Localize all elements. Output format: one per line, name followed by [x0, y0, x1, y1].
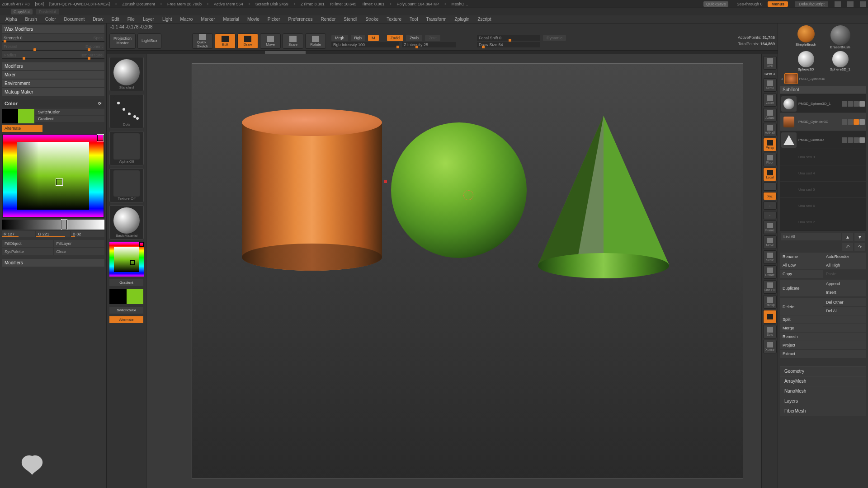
texture-slot[interactable]: Texture Off [109, 168, 144, 202]
frame-button[interactable]: Frame [763, 221, 777, 234]
transp-button[interactable]: Transp [763, 295, 777, 309]
subtool-header[interactable]: SubTool [780, 86, 866, 94]
zcut-button[interactable]: Zcut [425, 35, 440, 41]
local-button[interactable]: Local [763, 168, 777, 181]
projection-master-button[interactable]: Projection Master [109, 33, 136, 49]
menu-draw[interactable]: Draw [93, 17, 103, 22]
listall-button[interactable]: List All [781, 233, 841, 240]
layers-header[interactable]: Layers [780, 396, 866, 406]
menu-brush[interactable]: Brush [25, 17, 37, 22]
persp-button[interactable]: Persp [763, 138, 777, 151]
clear-button[interactable]: Clear [54, 248, 105, 255]
menu-texture[interactable]: Texture [387, 17, 401, 22]
menu-transform[interactable]: Transform [426, 17, 446, 22]
menu-render[interactable]: Render [321, 17, 336, 22]
menu-marker[interactable]: Marker [201, 17, 215, 22]
mini-swatch-green[interactable] [127, 289, 144, 304]
menu-zplugin[interactable]: Zplugin [455, 17, 470, 22]
vmove-button[interactable]: Move [763, 235, 777, 249]
tool-thumb-cylinder[interactable] [784, 73, 798, 84]
zadd-button[interactable]: Zadd [387, 35, 404, 41]
lightbox-button[interactable]: LightBox [137, 33, 161, 49]
linefill-button[interactable]: Line Fill [763, 280, 777, 294]
xpose-button[interactable]: Xpose [763, 340, 777, 353]
alpha-slot[interactable]: Alpha Off [109, 131, 144, 165]
extract-button[interactable]: Extract [780, 350, 866, 358]
edit-button[interactable]: Edit [215, 33, 236, 49]
filllayer-button[interactable]: FillLayer [54, 240, 105, 247]
merge-button[interactable]: Merge [780, 324, 866, 332]
z-intensity-slider[interactable]: Z Intensity 25 [402, 42, 456, 47]
matcap-header[interactable]: Matcap Maker [2, 88, 104, 96]
menu-material[interactable]: Material [223, 17, 240, 22]
menu-movie[interactable]: Movie [247, 17, 259, 22]
object-cylinder[interactable] [242, 109, 382, 276]
rotate-button[interactable]: Rotate [305, 33, 326, 49]
alllow-button[interactable]: All Low [780, 261, 823, 269]
paste-button[interactable]: Paste [823, 270, 866, 278]
menus-button[interactable]: Menus [768, 1, 788, 7]
zoom-button[interactable]: Zoom [763, 93, 777, 107]
color-picker[interactable] [2, 134, 104, 218]
modifiers-header[interactable]: Modifiers [2, 62, 104, 70]
spix-slider[interactable]: SPix 3 [763, 72, 776, 76]
remesh-button[interactable]: Remesh [780, 333, 866, 341]
rgb-intensity-slider[interactable]: Rgb Intensity 100 [331, 42, 399, 47]
minimize-icon[interactable] [835, 1, 841, 7]
axis-b-button[interactable]: ◦ [763, 211, 777, 219]
mini-color-picker[interactable] [109, 242, 144, 277]
draw-size-slider[interactable]: Draw Size 64 [477, 42, 540, 47]
modifiers2-header[interactable]: Modifiers [2, 259, 104, 267]
bpr-button[interactable]: BPR [763, 56, 777, 70]
object-sphere[interactable] [391, 122, 527, 258]
xyz-button[interactable]: Xyz [763, 192, 777, 200]
r-slider[interactable]: R 127 [2, 231, 35, 237]
menu-stencil[interactable]: Stencil [344, 17, 357, 22]
sphere3d1-slot[interactable]: Sphere3D_1 [825, 51, 856, 71]
solo-button[interactable]: Solo [763, 325, 777, 338]
grayscale-slider[interactable] [2, 220, 104, 230]
subtool-row-sphere[interactable]: PM3D_Sphere3D_1 [780, 95, 866, 113]
mini-swatch-black[interactable] [109, 289, 127, 304]
ghost-button[interactable] [763, 310, 777, 324]
quicksketch-button[interactable]: Quick Sketch [192, 33, 213, 49]
object-cone[interactable] [536, 116, 671, 278]
delall-button[interactable]: Del All [823, 307, 866, 315]
menu-document[interactable]: Document [64, 17, 85, 22]
duplicate-button[interactable]: Duplicate [780, 280, 823, 296]
subtool-row-cone[interactable]: PM3D_Cone3D [780, 131, 866, 149]
menu-file[interactable]: File [127, 17, 135, 22]
sphere3d-slot[interactable]: Sphere3D [790, 51, 822, 71]
switchcolor-button2[interactable]: SwitchColor [109, 307, 143, 314]
geometry-header[interactable]: Geometry [780, 366, 866, 376]
menu-light[interactable]: Light [162, 17, 172, 22]
brush-slot-standard[interactable]: Standard [109, 57, 144, 91]
menu-macro[interactable]: Macro [180, 17, 193, 22]
gradient-button2[interactable]: Gradient [109, 279, 143, 286]
radius-slider[interactable]: RadiusTemperature [2, 51, 104, 59]
allhigh-button[interactable]: All High [823, 261, 866, 269]
autoreorder-button[interactable]: AutoReorder [823, 253, 866, 261]
axis-a-button[interactable]: ◦ [763, 202, 777, 210]
vscale-button[interactable]: Scale [763, 250, 777, 264]
zsub-button[interactable]: Zsub [406, 35, 422, 41]
defaultzscript-button[interactable]: DefaultZScript [795, 1, 828, 7]
movedown-icon[interactable]: ▼ [854, 233, 865, 241]
dynamic-button[interactable]: Dynamic [543, 35, 566, 41]
rgb-button[interactable]: Rgb [351, 35, 366, 41]
nanomesh-header[interactable]: NanoMesh [780, 386, 866, 396]
stroke-slot-dots[interactable]: Dots [109, 94, 144, 128]
append-button[interactable]: Append [823, 280, 866, 288]
menu-picker[interactable]: Picker [268, 17, 280, 22]
copymat-button[interactable]: CopyMat [11, 9, 33, 14]
menu-zscript[interactable]: Zscript [477, 17, 491, 22]
floor-button[interactable]: Floor [763, 153, 777, 166]
moveup-icon[interactable]: ▲ [842, 233, 853, 241]
insert-button[interactable]: Insert [823, 288, 866, 296]
project-button[interactable]: Project [780, 341, 866, 349]
move-button[interactable]: Move [260, 33, 281, 49]
menu-color[interactable]: Color [45, 17, 56, 22]
b-slider[interactable]: B 32 [71, 231, 104, 237]
menu-preferences[interactable]: Preferences [288, 17, 313, 22]
menu-alpha[interactable]: Alpha [5, 17, 17, 22]
